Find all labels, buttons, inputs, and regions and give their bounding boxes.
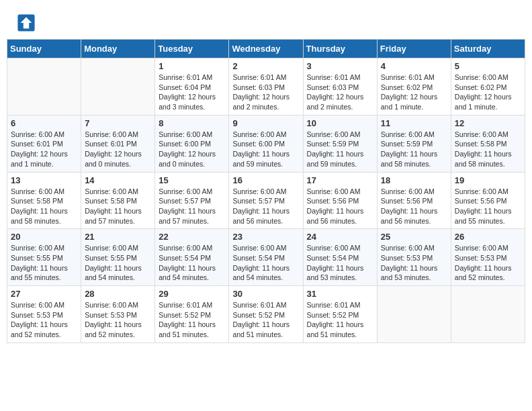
day-number: 6 — [11, 118, 77, 128]
calendar-cell: 22Sunrise: 6:00 AM Sunset: 5:54 PM Dayli… — [155, 229, 229, 286]
day-number: 22 — [159, 232, 225, 242]
day-number: 28 — [85, 289, 151, 299]
day-header-saturday: Saturday — [451, 40, 525, 58]
calendar-cell — [81, 58, 155, 116]
logo-icon — [17, 13, 36, 32]
calendar-cell — [451, 286, 525, 343]
day-number: 21 — [85, 232, 151, 242]
calendar-cell: 31Sunrise: 6:01 AM Sunset: 5:52 PM Dayli… — [303, 286, 377, 343]
day-number: 26 — [455, 232, 521, 242]
day-info: Sunrise: 6:00 AM Sunset: 6:01 PM Dayligh… — [85, 130, 151, 169]
calendar-cell: 20Sunrise: 6:00 AM Sunset: 5:55 PM Dayli… — [7, 229, 81, 286]
calendar-table: SundayMondayTuesdayWednesdayThursdayFrid… — [7, 39, 525, 343]
day-info: Sunrise: 6:00 AM Sunset: 5:53 PM Dayligh… — [455, 243, 521, 283]
day-info: Sunrise: 6:00 AM Sunset: 5:56 PM Dayligh… — [455, 187, 521, 226]
calendar-cell: 25Sunrise: 6:00 AM Sunset: 5:53 PM Dayli… — [377, 229, 451, 286]
day-number: 25 — [381, 232, 447, 242]
day-number: 3 — [307, 61, 373, 71]
day-number: 20 — [11, 232, 77, 242]
day-info: Sunrise: 6:01 AM Sunset: 6:04 PM Dayligh… — [159, 73, 225, 112]
calendar-week-row: 6Sunrise: 6:00 AM Sunset: 6:01 PM Daylig… — [7, 115, 525, 172]
day-header-wednesday: Wednesday — [229, 40, 303, 58]
day-number: 5 — [455, 61, 521, 71]
day-info: Sunrise: 6:01 AM Sunset: 6:03 PM Dayligh… — [307, 73, 373, 112]
day-number: 14 — [85, 175, 151, 185]
calendar-cell: 3Sunrise: 6:01 AM Sunset: 6:03 PM Daylig… — [303, 58, 377, 116]
day-info: Sunrise: 6:00 AM Sunset: 5:56 PM Dayligh… — [307, 187, 373, 226]
day-info: Sunrise: 6:00 AM Sunset: 6:02 PM Dayligh… — [455, 73, 521, 112]
calendar-cell: 28Sunrise: 6:00 AM Sunset: 5:53 PM Dayli… — [81, 286, 155, 343]
day-header-monday: Monday — [81, 40, 155, 58]
day-number: 10 — [307, 118, 373, 128]
calendar-cell: 4Sunrise: 6:01 AM Sunset: 6:02 PM Daylig… — [377, 58, 451, 116]
day-info: Sunrise: 6:01 AM Sunset: 6:02 PM Dayligh… — [381, 73, 447, 112]
day-info: Sunrise: 6:00 AM Sunset: 5:58 PM Dayligh… — [11, 187, 77, 226]
day-info: Sunrise: 6:00 AM Sunset: 5:59 PM Dayligh… — [307, 130, 373, 169]
calendar-cell: 7Sunrise: 6:00 AM Sunset: 6:01 PM Daylig… — [81, 115, 155, 172]
calendar-cell: 17Sunrise: 6:00 AM Sunset: 5:56 PM Dayli… — [303, 172, 377, 229]
day-info: Sunrise: 6:01 AM Sunset: 5:52 PM Dayligh… — [159, 300, 225, 340]
day-number: 2 — [232, 61, 299, 71]
day-info: Sunrise: 6:00 AM Sunset: 6:01 PM Dayligh… — [11, 130, 77, 169]
day-info: Sunrise: 6:00 AM Sunset: 5:57 PM Dayligh… — [159, 187, 225, 226]
day-number: 9 — [232, 118, 299, 128]
calendar-cell — [7, 58, 81, 116]
day-number: 19 — [455, 175, 521, 185]
day-number: 30 — [232, 289, 299, 299]
calendar-cell: 23Sunrise: 6:00 AM Sunset: 5:54 PM Dayli… — [229, 229, 303, 286]
day-number: 11 — [381, 118, 447, 128]
day-info: Sunrise: 6:00 AM Sunset: 5:55 PM Dayligh… — [11, 243, 77, 283]
calendar-cell: 6Sunrise: 6:00 AM Sunset: 6:01 PM Daylig… — [7, 115, 81, 172]
day-header-sunday: Sunday — [7, 40, 81, 58]
calendar-cell: 19Sunrise: 6:00 AM Sunset: 5:56 PM Dayli… — [451, 172, 525, 229]
day-info: Sunrise: 6:00 AM Sunset: 5:53 PM Dayligh… — [11, 300, 77, 340]
day-number: 13 — [11, 175, 77, 185]
day-number: 15 — [159, 175, 225, 185]
day-info: Sunrise: 6:00 AM Sunset: 5:57 PM Dayligh… — [232, 187, 299, 226]
day-number: 23 — [232, 232, 299, 242]
page-header — [7, 7, 525, 36]
calendar-cell: 24Sunrise: 6:00 AM Sunset: 5:54 PM Dayli… — [303, 229, 377, 286]
day-number: 16 — [232, 175, 299, 185]
calendar-cell: 16Sunrise: 6:00 AM Sunset: 5:57 PM Dayli… — [229, 172, 303, 229]
calendar-cell: 14Sunrise: 6:00 AM Sunset: 5:58 PM Dayli… — [81, 172, 155, 229]
day-number: 7 — [85, 118, 151, 128]
day-info: Sunrise: 6:01 AM Sunset: 5:52 PM Dayligh… — [307, 300, 373, 340]
calendar-cell: 1Sunrise: 6:01 AM Sunset: 6:04 PM Daylig… — [155, 58, 229, 116]
day-info: Sunrise: 6:00 AM Sunset: 5:54 PM Dayligh… — [307, 243, 373, 283]
calendar-cell: 18Sunrise: 6:00 AM Sunset: 5:56 PM Dayli… — [377, 172, 451, 229]
calendar-cell: 9Sunrise: 6:00 AM Sunset: 6:00 PM Daylig… — [229, 115, 303, 172]
logo — [17, 13, 37, 32]
day-info: Sunrise: 6:01 AM Sunset: 5:52 PM Dayligh… — [232, 300, 299, 340]
day-info: Sunrise: 6:00 AM Sunset: 5:56 PM Dayligh… — [381, 187, 447, 226]
calendar-week-row: 13Sunrise: 6:00 AM Sunset: 5:58 PM Dayli… — [7, 172, 525, 229]
day-info: Sunrise: 6:00 AM Sunset: 5:55 PM Dayligh… — [85, 243, 151, 283]
day-header-friday: Friday — [377, 40, 451, 58]
day-number: 18 — [381, 175, 447, 185]
calendar-week-row: 1Sunrise: 6:01 AM Sunset: 6:04 PM Daylig… — [7, 58, 525, 116]
day-number: 1 — [159, 61, 225, 71]
calendar-header-row: SundayMondayTuesdayWednesdayThursdayFrid… — [7, 40, 525, 58]
day-info: Sunrise: 6:00 AM Sunset: 5:53 PM Dayligh… — [381, 243, 447, 283]
calendar-week-row: 27Sunrise: 6:00 AM Sunset: 5:53 PM Dayli… — [7, 286, 525, 343]
calendar-week-row: 20Sunrise: 6:00 AM Sunset: 5:55 PM Dayli… — [7, 229, 525, 286]
calendar-cell: 11Sunrise: 6:00 AM Sunset: 5:59 PM Dayli… — [377, 115, 451, 172]
day-number: 31 — [307, 289, 373, 299]
day-header-thursday: Thursday — [303, 40, 377, 58]
day-info: Sunrise: 6:00 AM Sunset: 5:54 PM Dayligh… — [232, 243, 299, 283]
calendar-cell — [377, 286, 451, 343]
day-number: 12 — [455, 118, 521, 128]
day-number: 27 — [11, 289, 77, 299]
day-info: Sunrise: 6:00 AM Sunset: 6:00 PM Dayligh… — [159, 130, 225, 169]
calendar-cell: 8Sunrise: 6:00 AM Sunset: 6:00 PM Daylig… — [155, 115, 229, 172]
day-number: 24 — [307, 232, 373, 242]
calendar-cell: 27Sunrise: 6:00 AM Sunset: 5:53 PM Dayli… — [7, 286, 81, 343]
day-number: 4 — [381, 61, 447, 71]
day-number: 29 — [159, 289, 225, 299]
day-number: 8 — [159, 118, 225, 128]
day-info: Sunrise: 6:00 AM Sunset: 5:54 PM Dayligh… — [159, 243, 225, 283]
calendar-cell: 10Sunrise: 6:00 AM Sunset: 5:59 PM Dayli… — [303, 115, 377, 172]
day-number: 17 — [307, 175, 373, 185]
calendar-cell: 5Sunrise: 6:00 AM Sunset: 6:02 PM Daylig… — [451, 58, 525, 116]
day-info: Sunrise: 6:01 AM Sunset: 6:03 PM Dayligh… — [232, 73, 299, 112]
